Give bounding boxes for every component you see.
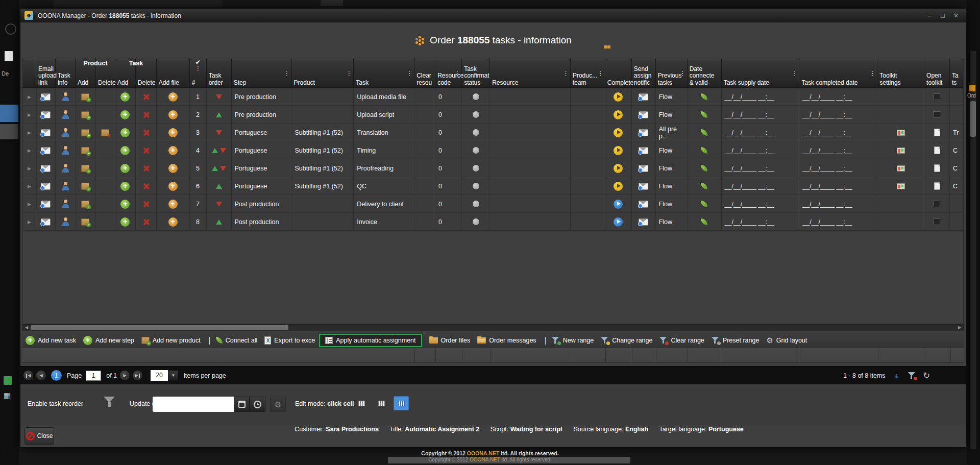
cell-toolkit_settings[interactable]: [877, 141, 924, 159]
cell-send_notif[interactable]: [632, 88, 656, 106]
task-order-down-icon[interactable]: [216, 202, 222, 207]
cell-date_connected[interactable]: [688, 177, 722, 195]
cell-task_info[interactable]: [56, 124, 76, 141]
cell-product[interactable]: Subtitling #1 (52): [291, 177, 354, 195]
cell-open_toolkit[interactable]: [924, 106, 950, 124]
cell-task_delete[interactable]: [136, 213, 157, 231]
cell-step[interactable]: Portuguese: [232, 177, 292, 195]
task-info-icon[interactable]: [61, 146, 69, 155]
add-file-icon[interactable]: +: [168, 92, 178, 102]
cell-previous_tasks[interactable]: Flow: [656, 177, 688, 195]
cell-task_add[interactable]: +: [115, 88, 136, 106]
close-button[interactable]: Close: [24, 427, 54, 445]
task-order-up-icon[interactable]: [216, 184, 222, 189]
cell-product[interactable]: [291, 213, 354, 231]
toolbar-order-messages-button[interactable]: Order messages: [477, 337, 536, 344]
cell-toolkit_settings[interactable]: [877, 159, 924, 177]
cell-resource_code[interactable]: 0: [435, 159, 462, 177]
column-header-resource_code[interactable]: Resource code⋮: [435, 58, 462, 88]
task-info-icon[interactable]: [61, 110, 69, 119]
cell-product_add[interactable]: [76, 195, 96, 213]
cell-clear_resource[interactable]: [414, 106, 435, 124]
cell-task_add[interactable]: +: [115, 213, 136, 231]
email-upload-icon[interactable]: [41, 111, 51, 118]
cell-product_team[interactable]: [571, 88, 605, 106]
cell-task_add[interactable]: +: [115, 124, 136, 141]
column-header-send_notif[interactable]: Send assign notific: [632, 58, 656, 88]
cell-email[interactable]: [36, 141, 56, 159]
cell-email[interactable]: [36, 159, 56, 177]
task-order-down-icon[interactable]: [220, 148, 226, 153]
email-upload-icon[interactable]: [41, 147, 51, 154]
send-notification-icon[interactable]: [639, 147, 648, 154]
cell-task_add[interactable]: +: [115, 141, 136, 159]
cell-expand[interactable]: ▶: [23, 124, 36, 141]
task-order-up-icon[interactable]: [216, 112, 222, 117]
column-header-clear_resource[interactable]: Clear resou: [414, 58, 435, 88]
cell-previous_tasks[interactable]: All pre p...: [656, 124, 688, 141]
task-info-icon[interactable]: [61, 92, 69, 101]
column-menu-icon[interactable]: ⋮: [406, 69, 413, 77]
cell-task_delete[interactable]: [136, 106, 157, 124]
column-header-task[interactable]: Task⋮: [354, 58, 414, 88]
cell-open_toolkit[interactable]: [924, 195, 950, 213]
cell-completed_date[interactable]: __/__/____ __:__: [799, 159, 877, 177]
cell-task_info[interactable]: [56, 141, 76, 159]
cell-completed_date[interactable]: __/__/____ __:__: [799, 124, 877, 141]
cell-task_delete[interactable]: [136, 141, 157, 159]
complete-play-icon[interactable]: [614, 200, 623, 209]
date-valid-leaf-icon[interactable]: [701, 147, 707, 154]
complete-play-icon[interactable]: [614, 146, 623, 155]
task-order-up-icon[interactable]: [212, 166, 218, 171]
cell-resource[interactable]: [490, 141, 571, 159]
cell-step[interactable]: Portuguese: [232, 124, 292, 141]
add-task-icon[interactable]: +: [120, 164, 130, 173]
cell-supply_date[interactable]: __/__/____ __:__: [722, 141, 800, 159]
send-notification-icon[interactable]: [639, 165, 648, 172]
delete-task-icon[interactable]: [142, 165, 150, 172]
cell-supply_date[interactable]: __/__/____ __:__: [722, 177, 800, 195]
task-info-icon[interactable]: [61, 164, 69, 173]
complete-play-icon[interactable]: [614, 182, 623, 191]
cell-resource_code[interactable]: 0: [435, 213, 462, 231]
toolkit-settings-icon[interactable]: [897, 183, 905, 189]
add-task-icon[interactable]: +: [120, 217, 130, 227]
cell-task_order[interactable]: [207, 88, 232, 106]
first-page-button[interactable]: ◀: [23, 371, 33, 380]
expand-row-icon[interactable]: ▶: [28, 166, 31, 171]
cell-task_delete[interactable]: [136, 195, 157, 213]
delete-task-icon[interactable]: [142, 218, 150, 226]
complete-play-icon[interactable]: [614, 217, 623, 227]
send-notification-icon[interactable]: [639, 183, 648, 190]
cell-toolkit_settings[interactable]: [877, 88, 924, 106]
cell-previous_tasks[interactable]: Flow: [656, 141, 688, 159]
scroll-left-icon[interactable]: ◀: [23, 325, 30, 331]
cell-task_add[interactable]: +: [115, 159, 136, 177]
cell-add_file[interactable]: +: [157, 141, 190, 159]
cell-task_delete[interactable]: [136, 177, 157, 195]
cell-complete[interactable]: [605, 195, 632, 213]
delete-task-icon[interactable]: [142, 93, 150, 101]
column-header-email[interactable]: Email upload link: [36, 58, 56, 88]
add-product-icon[interactable]: [81, 93, 89, 101]
add-file-icon[interactable]: +: [168, 182, 178, 191]
cell-previous_tasks[interactable]: Flow: [656, 88, 688, 106]
cell-task_order[interactable]: [207, 159, 232, 177]
column-header-date_connected[interactable]: Date connecte & valid: [688, 58, 722, 88]
page-input[interactable]: [86, 371, 101, 381]
cell-send_notif[interactable]: [632, 159, 656, 177]
date-valid-leaf-icon[interactable]: [701, 129, 707, 136]
cell-send_notif[interactable]: [632, 177, 656, 195]
cell-supply_date[interactable]: __/__/____ __:__: [722, 124, 800, 141]
next-page-button[interactable]: ▶: [120, 371, 130, 380]
cell-num[interactable]: 4: [190, 141, 207, 159]
toolbar-change-range-button[interactable]: Change range: [601, 336, 652, 344]
cell-last[interactable]: [950, 88, 963, 106]
cell-supply_date[interactable]: __/__/____ __:__: [722, 195, 800, 213]
cell-product_add[interactable]: [76, 106, 96, 124]
complete-play-icon[interactable]: [614, 128, 623, 137]
cell-add_file[interactable]: +: [157, 195, 190, 213]
cell-resource_code[interactable]: 0: [435, 141, 462, 159]
cell-resource_code[interactable]: 0: [435, 195, 462, 213]
cell-complete[interactable]: [605, 106, 632, 124]
